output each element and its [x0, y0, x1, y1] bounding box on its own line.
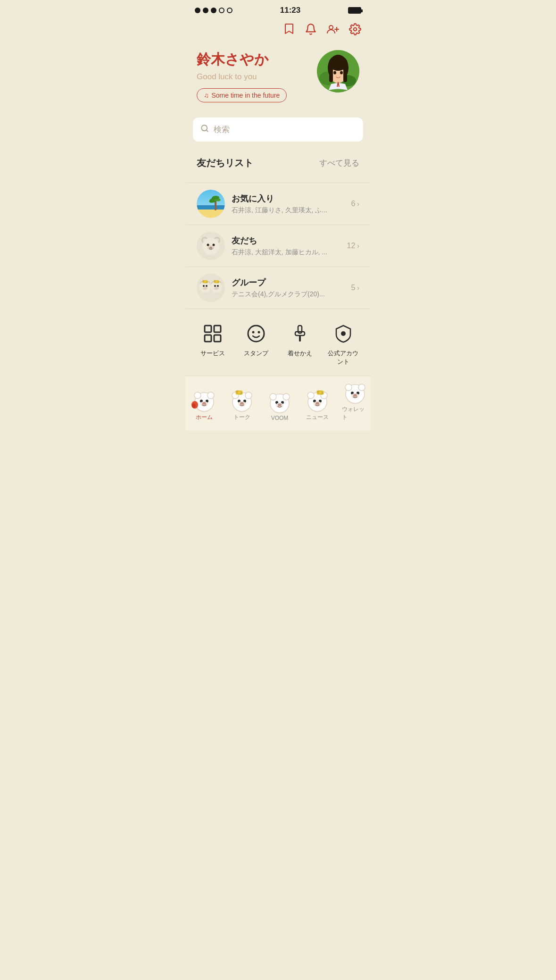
svg-rect-58: [299, 335, 301, 342]
settings-icon[interactable]: [349, 23, 361, 38]
svg-point-80: [270, 394, 276, 400]
svg-point-85: [278, 403, 282, 406]
svg-point-29: [209, 247, 212, 249]
official-label: 公式アカウント: [325, 349, 361, 366]
friend-item-groups[interactable]: グループ テニス会(4),グルメクラブ(20)... 5 ›: [185, 267, 371, 309]
battery-icon: [348, 7, 361, 14]
bell-icon[interactable]: [305, 23, 317, 38]
friends-info: 友だち 石井涼, 大舘洋太, 加藤ヒカル, ...: [232, 235, 340, 257]
svg-point-55: [258, 331, 260, 334]
status-time: 11:23: [280, 6, 300, 15]
friends-name: 友だち: [232, 235, 340, 246]
nav-tab-wallet-label: ウォレット: [342, 405, 368, 421]
svg-rect-49: [205, 326, 211, 332]
friend-list: お気に入り 石井涼, 江藤りさ, 久里瑛太, ふ... 6 ›: [185, 183, 371, 309]
dot-1: [195, 8, 200, 13]
svg-point-12: [333, 71, 336, 75]
status-bar: 11:23: [185, 0, 371, 19]
theme-label: 着せかえ: [288, 349, 312, 358]
favorites-count: 6 ›: [351, 200, 359, 208]
dot-4: [219, 8, 224, 13]
service-item-services[interactable]: サービス: [193, 320, 232, 370]
groups-avatar: [197, 274, 225, 302]
favorites-sub: 石井涼, 江藤りさ, 久里瑛太, ふ...: [232, 206, 344, 215]
svg-point-98: [358, 384, 365, 391]
svg-point-61: [194, 392, 201, 399]
svg-point-54: [252, 331, 255, 334]
dot-2: [203, 8, 208, 13]
nav-tab-home[interactable]: ホーム: [185, 384, 223, 421]
bears-avatar-icon: [197, 274, 225, 302]
dot-3: [211, 8, 216, 13]
favorites-count-number: 6: [351, 200, 355, 208]
svg-point-13: [340, 71, 343, 75]
search-container: 検索: [185, 112, 371, 147]
svg-point-36: [203, 287, 207, 290]
svg-point-35: [206, 285, 207, 287]
stamp-icon: [247, 324, 266, 345]
friends-section: 友だちリスト すべて見る: [185, 147, 371, 183]
svg-rect-50: [214, 326, 221, 332]
nav-tab-home-label: ホーム: [196, 413, 213, 421]
signal-dots: [195, 8, 232, 13]
nav-tab-wallet[interactable]: ウォレット: [336, 376, 371, 421]
svg-rect-10: [329, 68, 333, 82]
nav-tab-voom[interactable]: VOOM: [261, 385, 299, 421]
music-badge[interactable]: ♫ Some time in the future: [197, 88, 287, 102]
search-bar[interactable]: 検索: [193, 117, 363, 142]
nav-tab-talk[interactable]: トーク: [223, 384, 261, 421]
svg-point-0: [329, 25, 333, 29]
friends-avatar: [197, 232, 225, 260]
services-grid: サービス スタンプ: [193, 320, 363, 370]
friend-item-friends[interactable]: 友だち 石井涼, 大舘洋太, 加藤ヒカル, ... 12 ›: [185, 225, 371, 267]
svg-rect-52: [214, 335, 221, 342]
svg-point-81: [283, 394, 290, 400]
bookmark-icon[interactable]: [283, 23, 295, 39]
nav-tab-news-label: ニュース: [306, 413, 329, 421]
music-title: Some time in the future: [212, 92, 280, 99]
groups-count-number: 5: [351, 284, 355, 292]
friends-count: 12 ›: [347, 242, 359, 250]
add-user-icon[interactable]: [326, 23, 340, 38]
service-item-theme[interactable]: 着せかえ: [280, 320, 320, 370]
groups-chevron: ›: [357, 284, 359, 292]
favorites-chevron: ›: [357, 200, 359, 208]
groups-name: グループ: [232, 277, 344, 288]
nav-tab-news[interactable]: ニュース: [299, 384, 336, 421]
favorites-name: お気に入り: [232, 193, 344, 204]
services-grid-icon: [203, 324, 222, 345]
svg-point-87: [307, 392, 314, 399]
svg-point-26: [207, 244, 209, 246]
svg-point-91: [319, 391, 322, 394]
svg-point-48: [216, 281, 218, 283]
groups-info: グループ テニス会(4),グルメクラブ(20)...: [232, 277, 344, 299]
bear-avatar-icon: [197, 232, 225, 260]
services-label: サービス: [200, 349, 225, 358]
groups-sub: テニス会(4),グルメクラブ(20)...: [232, 290, 344, 299]
svg-point-53: [248, 326, 264, 342]
stamps-label: スタンプ: [244, 349, 268, 358]
friends-sub: 石井涼, 大舘洋太, 加藤ヒカル, ...: [232, 248, 340, 257]
friend-item-favorites[interactable]: お気に入り 石井涼, 江藤りさ, 久里瑛太, ふ... 6 ›: [185, 183, 371, 225]
dot-5: [227, 8, 232, 13]
music-note-icon: ♫: [204, 92, 209, 99]
search-icon: [200, 124, 209, 135]
profile-section: 鈴木さやか Good luck to you ♫ Some time in th…: [185, 42, 371, 112]
profile-info: 鈴木さやか Good luck to you ♫ Some time in th…: [197, 50, 317, 102]
services-section: サービス スタンプ: [185, 309, 371, 376]
svg-point-78: [240, 402, 244, 405]
svg-point-34: [203, 285, 205, 287]
profile-avatar[interactable]: [317, 50, 359, 92]
nav-tab-talk-label: トーク: [233, 413, 250, 421]
service-item-official[interactable]: 公式アカウント: [324, 320, 363, 370]
svg-rect-11: [343, 68, 347, 82]
svg-point-43: [214, 285, 216, 287]
friends-count-number: 12: [347, 242, 356, 250]
service-item-stamps[interactable]: スタンプ: [236, 320, 276, 370]
friends-section-header: 友だちリスト すべて見る: [197, 157, 359, 169]
see-all-link[interactable]: すべて見る: [319, 158, 359, 168]
svg-line-15: [206, 130, 207, 131]
theme-icon: [290, 324, 309, 345]
svg-point-44: [217, 285, 219, 287]
svg-point-97: [345, 384, 352, 391]
